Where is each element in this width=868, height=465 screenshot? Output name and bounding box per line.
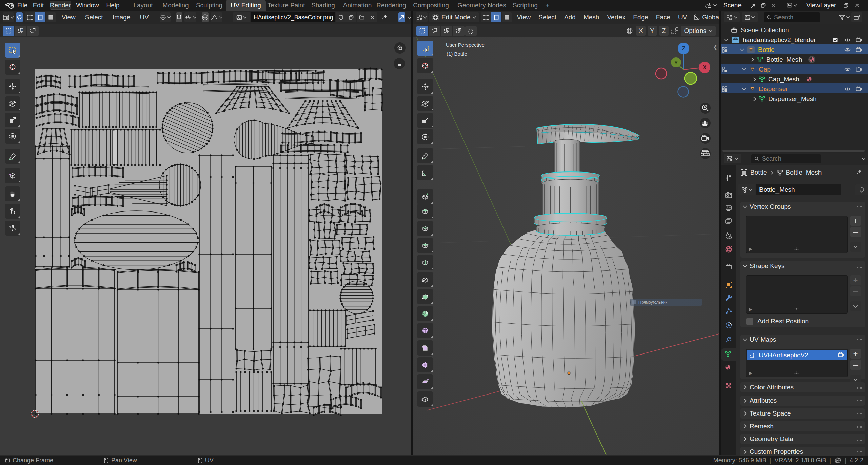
svg-text:Z: Z xyxy=(682,46,685,52)
svg-text:Прямоугольник: Прямоугольник xyxy=(638,300,668,305)
svg-text:User Perspective: User Perspective xyxy=(446,42,485,48)
svg-text:Y: Y xyxy=(674,60,678,65)
svg-text:❮: ❮ xyxy=(713,44,717,50)
svg-text:X: X xyxy=(703,65,707,70)
svg-text:(1) Bottle: (1) Bottle xyxy=(447,51,467,57)
